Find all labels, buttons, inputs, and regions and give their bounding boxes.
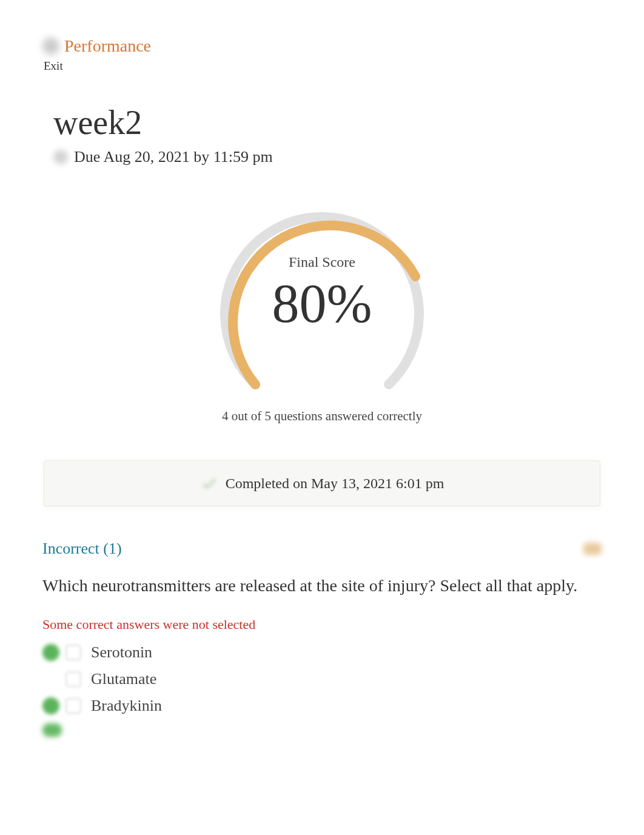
answer-option: Serotonin: [42, 643, 602, 662]
indicator-spacer: [42, 671, 59, 688]
performance-link[interactable]: Performance: [64, 36, 151, 56]
correct-indicator-icon: [42, 723, 62, 737]
performance-icon: [42, 38, 59, 55]
score-section: Final Score 80% 4 out of 5 questions ans…: [42, 203, 602, 424]
checkbox[interactable]: [65, 645, 81, 660]
question-text: Which neurotransmitters are released at …: [42, 573, 602, 599]
score-value: 80%: [272, 277, 372, 331]
completion-banner: Completed on May 13, 2021 6:01 pm: [44, 460, 600, 506]
feedback-text: Some correct answers were not selected: [42, 617, 602, 632]
correct-indicator-icon: [42, 644, 59, 661]
incorrect-heading[interactable]: Incorrect (1): [42, 540, 122, 558]
checkbox[interactable]: [65, 698, 81, 714]
correct-indicator-icon: [42, 697, 59, 714]
due-date: Due Aug 20, 2021 by 11:59 pm: [74, 148, 273, 166]
answer-option: Bradykinin: [42, 697, 602, 715]
calendar-icon: [53, 150, 68, 164]
final-score-label: Final Score: [289, 254, 355, 270]
answer-label: Bradykinin: [91, 697, 162, 715]
assignment-title: week2: [53, 103, 602, 142]
answer-option: Glutamate: [42, 670, 602, 688]
exit-link[interactable]: Exit: [44, 59, 602, 73]
toggle-icon[interactable]: [583, 543, 602, 555]
questions-summary: 4 out of 5 questions answered correctly: [222, 409, 422, 424]
check-icon: [200, 474, 218, 492]
answer-label: Serotonin: [91, 643, 152, 662]
checkbox[interactable]: [65, 671, 81, 687]
answer-label: Glutamate: [91, 670, 156, 688]
completion-text: Completed on May 13, 2021 6:01 pm: [226, 475, 444, 492]
